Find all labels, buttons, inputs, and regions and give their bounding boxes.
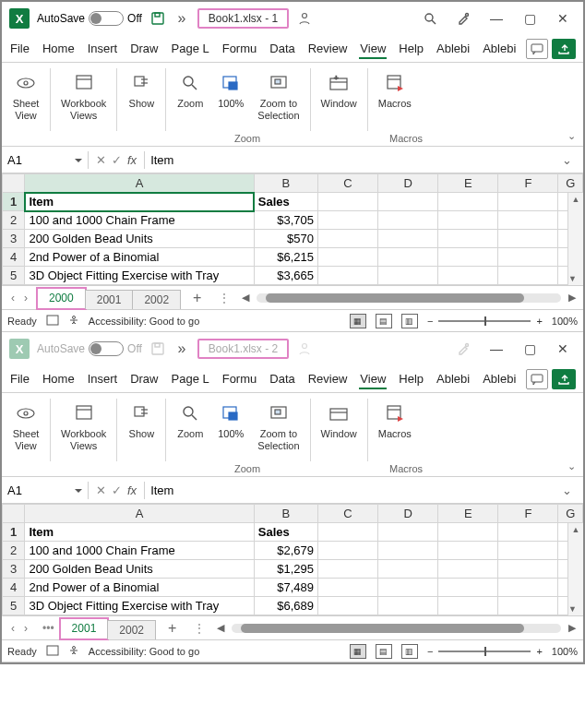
menu-home[interactable]: Home: [36, 368, 81, 389]
save-icon[interactable]: [149, 340, 166, 357]
cell[interactable]: [498, 579, 558, 597]
cell[interactable]: [498, 560, 558, 579]
sheet-view-button[interactable]: SheetView: [7, 399, 44, 453]
sheet-tab-2001[interactable]: 2001: [60, 618, 109, 639]
menu-file[interactable]: File: [4, 38, 36, 59]
row-header[interactable]: 5: [3, 267, 25, 285]
overflow-icon[interactable]: »: [173, 340, 190, 357]
tab-next-button[interactable]: ›: [24, 292, 28, 304]
cell[interactable]: [378, 542, 438, 560]
cell[interactable]: 200 Golden Bead Units: [25, 230, 254, 248]
formula-bar[interactable]: Item⌄: [144, 151, 583, 169]
col-header-A[interactable]: A: [25, 174, 254, 193]
cell[interactable]: [498, 523, 558, 542]
cell[interactable]: [378, 579, 438, 597]
accept-formula-icon[interactable]: ✓: [112, 153, 122, 167]
menu-help[interactable]: Help: [392, 368, 430, 389]
cell[interactable]: [498, 193, 558, 211]
toggle-off-icon[interactable]: [89, 11, 124, 26]
cell[interactable]: [438, 597, 498, 615]
workbook-views-button[interactable]: WorkbookViews: [56, 399, 111, 453]
menu-draw[interactable]: Draw: [124, 38, 164, 59]
view-page-break-button[interactable]: ▥: [401, 314, 418, 328]
minimize-button[interactable]: —: [484, 336, 509, 362]
col-header-D[interactable]: D: [378, 505, 438, 523]
cell[interactable]: [438, 560, 498, 579]
row-header[interactable]: 3: [3, 560, 25, 579]
cell[interactable]: $3,705: [254, 211, 317, 230]
view-page-layout-button[interactable]: ▤: [376, 314, 392, 328]
cell[interactable]: 200 Golden Bead Units: [25, 560, 254, 579]
formula-bar[interactable]: Item⌄: [144, 482, 583, 499]
cell[interactable]: Sales: [254, 523, 317, 542]
tab-prev-button[interactable]: ‹: [11, 292, 15, 304]
select-all-corner[interactable]: [3, 174, 25, 193]
add-sheet-button[interactable]: +: [180, 290, 214, 306]
cell[interactable]: [317, 248, 377, 267]
cell[interactable]: [438, 193, 498, 211]
macros-button[interactable]: Macros: [374, 68, 416, 112]
chevron-down-icon[interactable]: [72, 153, 82, 167]
row-header[interactable]: 4: [3, 579, 25, 597]
menu-formu[interactable]: Formu: [216, 38, 264, 59]
cell[interactable]: [317, 542, 377, 560]
formula-expand-icon[interactable]: ⌄: [562, 153, 578, 167]
row-header[interactable]: 4: [3, 248, 25, 267]
cell[interactable]: [498, 597, 558, 615]
view-normal-button[interactable]: ▦: [350, 644, 366, 659]
workbook-views-button[interactable]: WorkbookViews: [56, 68, 111, 123]
cell[interactable]: [317, 523, 377, 542]
cell[interactable]: Item: [25, 193, 254, 211]
stats-icon[interactable]: [46, 645, 59, 658]
cell[interactable]: 2nd Power of a Binomial: [25, 579, 254, 597]
col-header-A[interactable]: A: [25, 505, 254, 523]
user-icon[interactable]: [296, 10, 313, 27]
row-header[interactable]: 1: [3, 193, 25, 211]
tab-prev-button[interactable]: ‹: [11, 622, 15, 635]
cell[interactable]: [378, 267, 438, 285]
eyedrop-icon[interactable]: [450, 336, 476, 362]
cell[interactable]: $6,689: [254, 597, 317, 615]
cell[interactable]: $7,489: [254, 579, 317, 597]
share-button[interactable]: [552, 369, 576, 389]
chevron-down-icon[interactable]: [72, 483, 82, 497]
maximize-button[interactable]: ▢: [517, 336, 543, 362]
col-header-E[interactable]: E: [438, 174, 498, 193]
cell[interactable]: [438, 248, 498, 267]
zoom-slider[interactable]: −+: [427, 316, 543, 327]
accessibility-icon[interactable]: [68, 315, 79, 328]
cell[interactable]: [317, 579, 377, 597]
menu-ablebi[interactable]: Ablebi: [476, 368, 522, 389]
cell[interactable]: 100 and 1000 Chain Frame: [25, 542, 254, 560]
zoom-to-selection-button[interactable]: Zoom toSelection: [253, 399, 304, 453]
comments-button[interactable]: [526, 39, 548, 59]
cancel-formula-icon[interactable]: ✕: [96, 153, 106, 167]
cell[interactable]: [317, 230, 377, 248]
view-normal-button[interactable]: ▦: [350, 314, 366, 328]
menu-file[interactable]: File: [4, 368, 36, 389]
row-header[interactable]: 2: [3, 542, 25, 560]
menu-formu[interactable]: Formu: [216, 368, 264, 389]
tab-divider-icon[interactable]: ⋮: [214, 292, 234, 304]
menu-help[interactable]: Help: [392, 38, 430, 59]
overflow-icon[interactable]: »: [173, 10, 190, 27]
col-header-F[interactable]: F: [498, 174, 558, 193]
cell[interactable]: [498, 211, 558, 230]
menu-review[interactable]: Review: [302, 38, 354, 59]
menu-view[interactable]: View: [353, 368, 392, 389]
search-icon[interactable]: [417, 6, 443, 31]
cell[interactable]: [498, 267, 558, 285]
maximize-button[interactable]: ▢: [517, 6, 543, 31]
cell[interactable]: 2nd Power of a Binomial: [25, 248, 254, 267]
minimize-button[interactable]: —: [484, 6, 509, 31]
row-header[interactable]: 5: [3, 597, 25, 615]
vertical-scrollbar[interactable]: ▲▼: [567, 523, 583, 615]
zoom-slider[interactable]: −+: [427, 646, 543, 657]
cell[interactable]: [378, 193, 438, 211]
col-header-B[interactable]: B: [254, 174, 317, 193]
eyedrop-icon[interactable]: [450, 6, 476, 31]
col-header-E[interactable]: E: [438, 505, 498, 523]
fx-icon[interactable]: fx: [127, 483, 137, 497]
sheet-tab-2002[interactable]: 2002: [107, 620, 156, 639]
zoom-button[interactable]: Zoom: [172, 68, 209, 112]
